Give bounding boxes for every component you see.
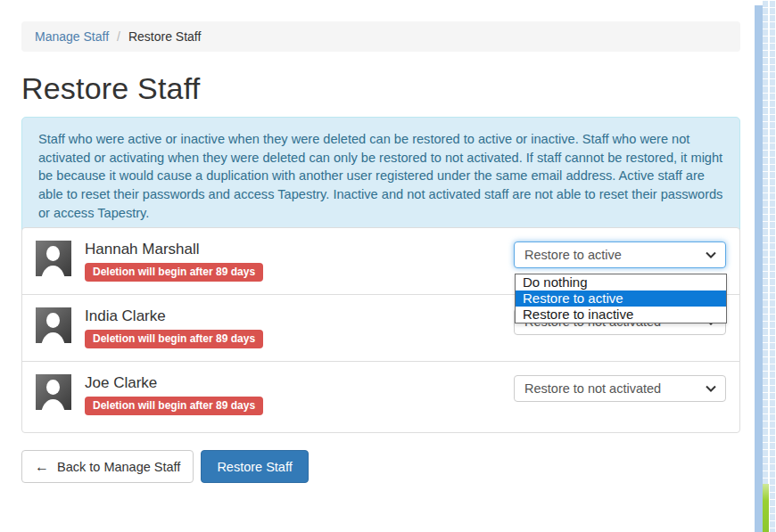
restore-button-label: Restore Staff bbox=[217, 460, 292, 474]
restore-select-open-dropdown: Do nothing Restore to active Restore to … bbox=[515, 274, 727, 323]
deletion-warning-badge: Deletion will begin after 89 days bbox=[85, 330, 263, 348]
chevron-down-icon bbox=[706, 385, 716, 392]
avatar bbox=[36, 374, 71, 410]
deletion-warning-badge: Deletion will begin after 89 days bbox=[85, 263, 263, 282]
breadcrumb: Manage Staff / Restore Staff bbox=[21, 21, 740, 52]
info-alert-text: Staff who were active or inactive when t… bbox=[38, 132, 722, 220]
dropdown-option-do-nothing[interactable]: Do nothing bbox=[516, 274, 726, 291]
restore-select-hannah[interactable]: Restore to active bbox=[514, 241, 726, 268]
arrow-left-icon: ← bbox=[35, 460, 49, 474]
staff-row-joe-clarke: Joe Clarke Deletion will begin after 89 … bbox=[22, 362, 739, 432]
action-bar: ← Back to Manage Staff Restore Staff bbox=[21, 450, 309, 483]
dropdown-option-restore-to-inactive[interactable]: Restore to inactive bbox=[516, 307, 726, 323]
info-alert: Staff who were active or inactive when t… bbox=[21, 117, 740, 236]
minimap-green-marker bbox=[763, 484, 769, 532]
breadcrumb-link-manage-staff[interactable]: Manage Staff bbox=[35, 29, 109, 44]
dropdown-option-restore-to-active[interactable]: Restore to active bbox=[516, 291, 726, 307]
deletion-warning-badge: Deletion will begin after 89 days bbox=[85, 397, 263, 415]
avatar bbox=[36, 307, 71, 343]
staff-list: Hannah Marshall Deletion will begin afte… bbox=[21, 227, 740, 433]
minimap-scrollbar[interactable] bbox=[755, 5, 763, 532]
restore-staff-button[interactable]: Restore Staff bbox=[201, 450, 308, 483]
back-button-label: Back to Manage Staff bbox=[57, 460, 180, 474]
avatar bbox=[36, 241, 71, 276]
breadcrumb-current: Restore Staff bbox=[128, 29, 201, 44]
breadcrumb-separator: / bbox=[117, 29, 120, 44]
minimap-grid bbox=[763, 0, 776, 532]
restore-select-value: Restore to not activated bbox=[524, 381, 661, 396]
page-title: Restore Staff bbox=[21, 71, 200, 106]
restore-select-value: Restore to active bbox=[524, 248, 622, 262]
restore-select-joe[interactable]: Restore to not activated bbox=[514, 375, 726, 402]
back-to-manage-staff-button[interactable]: ← Back to Manage Staff bbox=[21, 450, 194, 483]
chevron-down-icon bbox=[706, 251, 716, 258]
